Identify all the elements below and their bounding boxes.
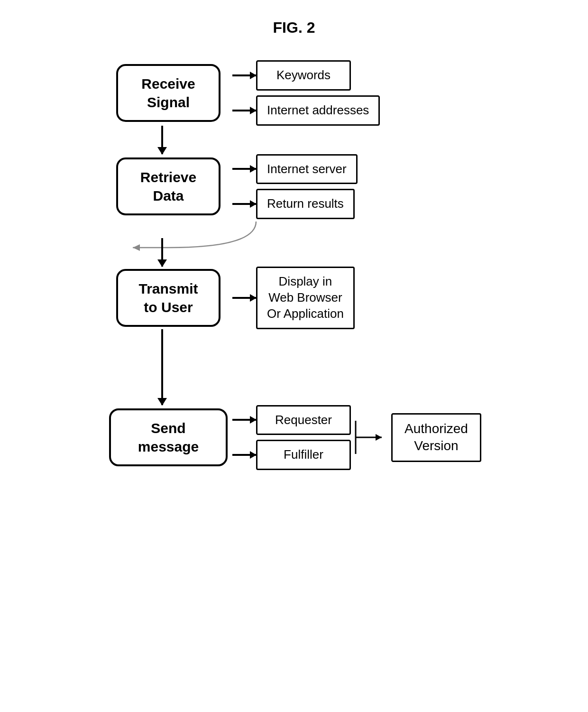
keywords-box: Keywords	[256, 60, 351, 91]
section-receive-signal: ReceiveSignal Keywords	[109, 60, 507, 126]
section-send-message: Send message Requester	[109, 405, 507, 471]
v-connector-2	[161, 238, 163, 267]
receive-signal-row: ReceiveSignal Keywords	[109, 60, 507, 126]
fulfiller-box: Fulfiller	[256, 440, 351, 470]
v-connector-3	[161, 329, 163, 405]
req-fulfiller-to-auth-svg	[351, 416, 389, 459]
requester-box: Requester	[256, 405, 351, 435]
retrieve-data-box: RetrieveData	[116, 157, 220, 215]
section-transmit: Transmitto User Display inWeb BrowserOr …	[109, 267, 507, 329]
send-message-row: Send message Requester	[109, 405, 507, 471]
curved-arrow-svg	[109, 219, 299, 252]
svg-marker-3	[376, 434, 382, 441]
page-container: FIG. 2 ReceiveSignal Key	[57, 0, 531, 470]
retrieve-data-row: RetrieveData Internet server	[109, 154, 507, 220]
keywords-connector-row: Keywords	[232, 60, 380, 91]
internet-server-box: Internet server	[256, 154, 358, 185]
send-message-box: Send message	[109, 408, 228, 466]
internet-addresses-box: Internet addresses	[256, 95, 380, 126]
return-results-box: Return results	[256, 189, 355, 219]
transmit-row: Transmitto User Display inWeb BrowserOr …	[109, 267, 507, 329]
v-connector-1	[161, 126, 163, 154]
transmit-box: Transmitto User	[116, 269, 220, 327]
svg-marker-0	[133, 244, 140, 251]
section-retrieve-data: RetrieveData Internet server	[109, 154, 507, 253]
display-web-connector-row: Display inWeb BrowserOr Application	[232, 267, 355, 329]
fulfiller-connector-row: Fulfiller	[232, 440, 351, 470]
internet-server-connector-row: Internet server	[232, 154, 358, 185]
internet-addresses-connector-row: Internet addresses	[232, 95, 380, 126]
return-results-connector-row: Return results	[232, 189, 358, 219]
authorized-version-box: AuthorizedVersion	[391, 413, 481, 462]
figure-title: FIG. 2	[273, 19, 315, 37]
diagram: ReceiveSignal Keywords	[81, 60, 507, 470]
display-web-box: Display inWeb BrowserOr Application	[256, 267, 355, 329]
curved-arrow-area	[109, 219, 299, 252]
requester-connector-row: Requester	[232, 405, 351, 435]
receive-signal-box: ReceiveSignal	[116, 64, 220, 122]
